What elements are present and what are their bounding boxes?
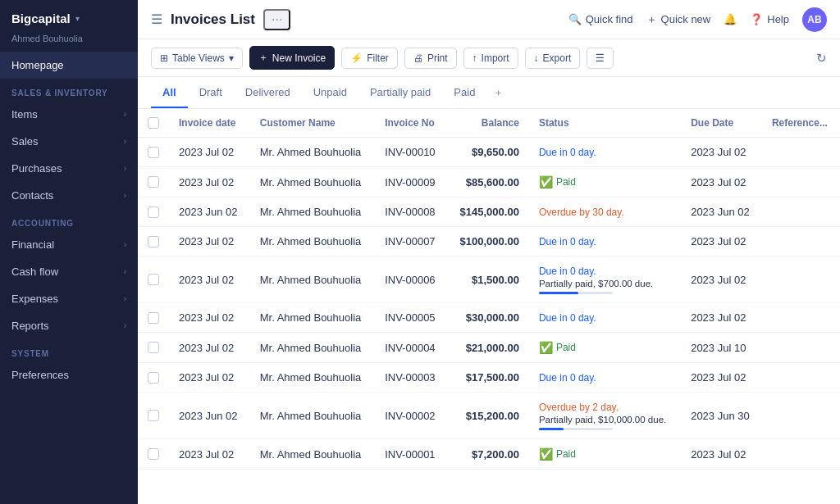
sidebar-item-sales[interactable]: Sales › bbox=[0, 128, 138, 155]
row-checkbox[interactable] bbox=[148, 274, 159, 285]
table-row: 2023 Jul 02 Mr. Ahmed Bouhuolia INV-0000… bbox=[138, 167, 840, 198]
row-checkbox[interactable] bbox=[148, 312, 159, 324]
quick-find-button[interactable]: 🔍 Quick find bbox=[568, 13, 633, 25]
tab-draft[interactable]: Draft bbox=[188, 78, 234, 108]
import-button[interactable]: ↑ Import bbox=[463, 48, 518, 69]
help-button[interactable]: ❓ Help bbox=[750, 13, 789, 25]
cell-balance: $7,200.00 bbox=[447, 439, 528, 470]
cell-due-date: 2023 Jul 02 bbox=[681, 257, 762, 303]
row-checkbox[interactable] bbox=[148, 342, 159, 353]
refresh-icon[interactable]: ↻ bbox=[816, 51, 827, 66]
cell-date: 2023 Jul 02 bbox=[169, 303, 250, 333]
add-tab-button[interactable]: ＋ bbox=[486, 77, 510, 108]
export-icon: ↓ bbox=[534, 52, 539, 64]
row-checkbox[interactable] bbox=[148, 448, 159, 460]
cell-status: ✅Paid bbox=[529, 167, 681, 198]
export-button[interactable]: ↓ Export bbox=[525, 48, 581, 69]
brand-logo[interactable]: Bigcapital ▾ bbox=[0, 0, 138, 34]
cell-status: ✅Paid bbox=[529, 333, 681, 363]
tab-partially-paid[interactable]: Partially paid bbox=[358, 78, 442, 108]
cell-customer: Mr. Ahmed Bouhuolia bbox=[250, 198, 375, 227]
chevron-right-icon: › bbox=[124, 321, 126, 330]
col-invoice-no[interactable]: Invoice No bbox=[375, 109, 447, 138]
notifications-button[interactable]: 🔔 bbox=[724, 13, 737, 25]
cell-due-date: 2023 Jul 02 bbox=[681, 363, 762, 393]
cell-reference bbox=[762, 333, 840, 363]
sidebar-item-label: Cash flow bbox=[11, 266, 58, 278]
hamburger-icon[interactable]: ☰ bbox=[151, 11, 162, 27]
row-checkbox[interactable] bbox=[148, 176, 159, 188]
sidebar-item-homepage[interactable]: Homepage bbox=[0, 52, 138, 79]
bell-icon: 🔔 bbox=[724, 13, 737, 25]
sidebar-item-purchases[interactable]: Purchases › bbox=[0, 155, 138, 182]
cell-reference bbox=[762, 227, 840, 257]
quick-new-button[interactable]: ＋ Quick new bbox=[646, 12, 711, 27]
sidebar-item-cashflow[interactable]: Cash flow › bbox=[0, 258, 138, 285]
topbar: ☰ Invoices List ··· 🔍 Quick find ＋ Quick… bbox=[138, 0, 840, 39]
cell-date: 2023 Jul 02 bbox=[169, 167, 250, 198]
tab-all[interactable]: All bbox=[151, 78, 188, 108]
sidebar-item-label: Expenses bbox=[11, 293, 58, 305]
col-status[interactable]: Status bbox=[529, 109, 681, 138]
tab-delivered[interactable]: Delivered bbox=[234, 78, 302, 108]
cell-invoice-no: INV-00002 bbox=[375, 393, 447, 439]
cell-balance: $9,650.00 bbox=[447, 138, 528, 167]
cell-date: 2023 Jul 02 bbox=[169, 333, 250, 363]
sidebar-item-financial[interactable]: Financial › bbox=[0, 231, 138, 258]
tab-paid[interactable]: Paid bbox=[442, 78, 486, 108]
select-all-checkbox[interactable] bbox=[148, 117, 159, 129]
col-due-date[interactable]: Due Date bbox=[681, 109, 762, 138]
plus-icon: ＋ bbox=[258, 51, 268, 65]
table-row: 2023 Jul 02 Mr. Ahmed Bouhuolia INV-0000… bbox=[138, 363, 840, 393]
filter-button[interactable]: ⚡ Filter bbox=[341, 48, 398, 69]
cell-reference bbox=[762, 167, 840, 198]
row-checkbox-cell bbox=[138, 257, 169, 303]
cell-reference bbox=[762, 439, 840, 470]
chevron-right-icon: › bbox=[124, 191, 126, 200]
plus-icon: ＋ bbox=[646, 12, 657, 27]
row-checkbox-cell bbox=[138, 439, 169, 470]
col-balance[interactable]: Balance bbox=[447, 109, 528, 138]
row-checkbox[interactable] bbox=[148, 147, 159, 158]
sidebar-item-items[interactable]: Items › bbox=[0, 101, 138, 128]
sidebar-item-preferences[interactable]: Preferences bbox=[0, 361, 138, 388]
print-button[interactable]: 🖨 Print bbox=[404, 48, 457, 69]
col-customer-name[interactable]: Customer Name bbox=[250, 109, 375, 138]
row-checkbox[interactable] bbox=[148, 236, 159, 247]
sidebar-item-label: Items bbox=[11, 108, 38, 120]
sidebar-item-contacts[interactable]: Contacts › bbox=[0, 182, 138, 209]
more-options-button[interactable]: ··· bbox=[263, 9, 290, 30]
table-row: 2023 Jul 02 Mr. Ahmed Bouhuolia INV-0000… bbox=[138, 227, 840, 257]
select-all-header[interactable] bbox=[138, 109, 169, 138]
import-label: Import bbox=[482, 52, 509, 64]
status-due: Due in 0 day. bbox=[539, 312, 596, 324]
tab-unpaid[interactable]: Unpaid bbox=[302, 78, 358, 108]
row-checkbox-cell bbox=[138, 167, 169, 198]
sidebar-item-reports[interactable]: Reports › bbox=[0, 312, 138, 339]
columns-button[interactable]: ☰ bbox=[587, 48, 614, 69]
table-row: 2023 Jun 02 Mr. Ahmed Bouhuolia INV-0000… bbox=[138, 198, 840, 227]
col-invoice-date[interactable]: Invoice date bbox=[169, 109, 250, 138]
search-icon: 🔍 bbox=[568, 13, 582, 25]
row-checkbox[interactable] bbox=[148, 410, 159, 421]
cell-customer: Mr. Ahmed Bouhuolia bbox=[250, 363, 375, 393]
sidebar-item-expenses[interactable]: Expenses › bbox=[0, 285, 138, 312]
status-paid: ✅Paid bbox=[539, 341, 671, 354]
sidebar-item-label: Homepage bbox=[11, 59, 64, 71]
cell-due-date: 2023 Jul 02 bbox=[681, 303, 762, 333]
cell-due-date: 2023 Jun 30 bbox=[681, 393, 762, 439]
table-views-button[interactable]: ⊞ Table Views ▾ bbox=[151, 48, 243, 69]
cell-due-date: 2023 Jul 02 bbox=[681, 439, 762, 470]
row-checkbox[interactable] bbox=[148, 372, 159, 384]
help-icon: ❓ bbox=[750, 13, 763, 25]
sidebar-item-label: Financial bbox=[11, 238, 54, 251]
cell-status: Overdue by 2 day. Partially paid, $10,00… bbox=[529, 393, 681, 439]
row-checkbox[interactable] bbox=[148, 207, 159, 218]
main-content: ☰ Invoices List ··· 🔍 Quick find ＋ Quick… bbox=[138, 0, 840, 504]
filter-icon: ⚡ bbox=[350, 52, 363, 64]
cell-balance: $100,000.00 bbox=[447, 227, 528, 257]
new-invoice-button[interactable]: ＋ New Invoice bbox=[249, 46, 335, 70]
avatar[interactable]: AB bbox=[802, 7, 827, 32]
col-reference[interactable]: Reference... bbox=[762, 109, 840, 138]
chevron-right-icon: › bbox=[124, 294, 126, 303]
